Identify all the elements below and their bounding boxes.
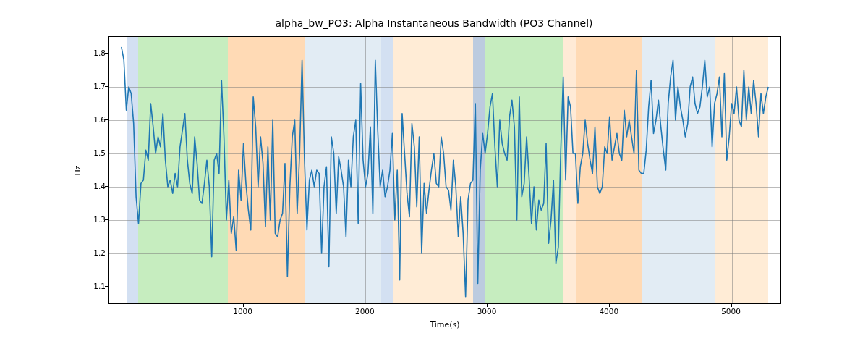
ytick-label: 1.3 [85,215,106,224]
ytick-label: 1.1 [85,282,106,290]
ytick-label: 1.8 [85,49,106,57]
ytick-label: 1.6 [85,115,106,124]
x-axis-label: Time(s) [109,320,781,329]
ytick-label: 1.7 [85,82,106,90]
plot-area [109,36,781,304]
xtick-label: 1000 [233,307,252,316]
xtick-label: 2000 [355,307,375,316]
xtick-label: 5000 [721,307,741,316]
xtick-label: 4000 [599,307,618,316]
y-axis-label: Hz [72,36,82,304]
ytick-label: 1.5 [85,148,106,157]
figure: alpha_bw_PO3: Alpha Instantaneous Bandwi… [0,0,868,362]
ytick-label: 1.2 [85,248,106,257]
ytick-label: 1.4 [85,182,106,190]
line-series [109,37,780,303]
xtick-label: 3000 [477,307,497,316]
chart-title: alpha_bw_PO3: Alpha Instantaneous Bandwi… [0,17,868,29]
